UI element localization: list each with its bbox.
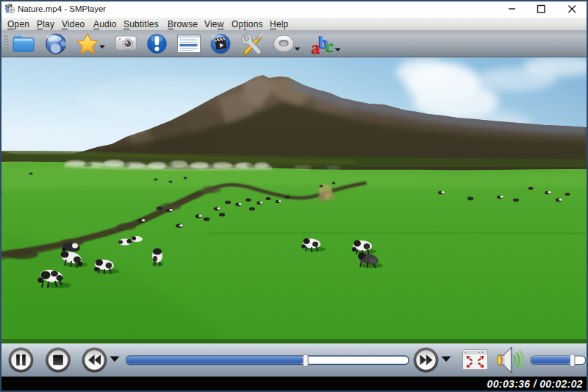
svg-text:c: c [326,36,334,55]
